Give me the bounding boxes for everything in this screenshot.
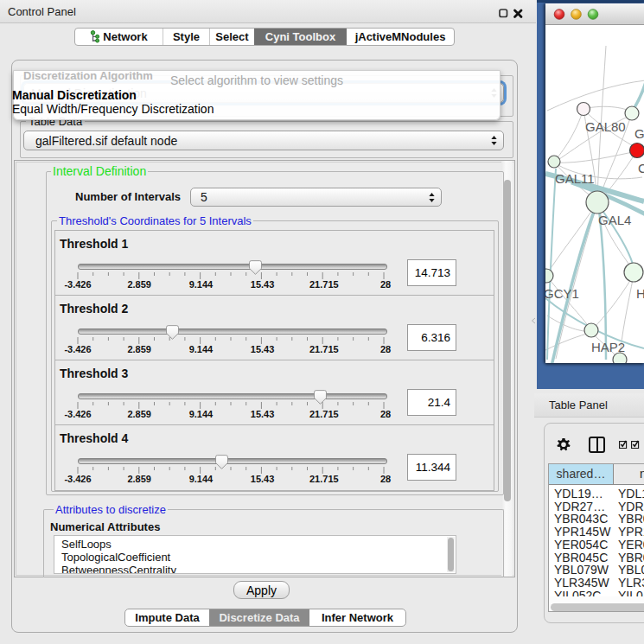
svg-text:GAL4: GAL4 — [598, 213, 631, 227]
svg-text:GAL80: GAL80 — [585, 119, 626, 134]
svg-text:HAP2: HAP2 — [591, 340, 625, 354]
svg-text:GCY1: GCY1 — [545, 286, 579, 301]
svg-text:H: H — [636, 286, 644, 301]
svg-text:GAL11: GAL11 — [555, 171, 595, 186]
svg-text:GA: GA — [634, 126, 644, 141]
svg-text:C: C — [638, 161, 644, 175]
